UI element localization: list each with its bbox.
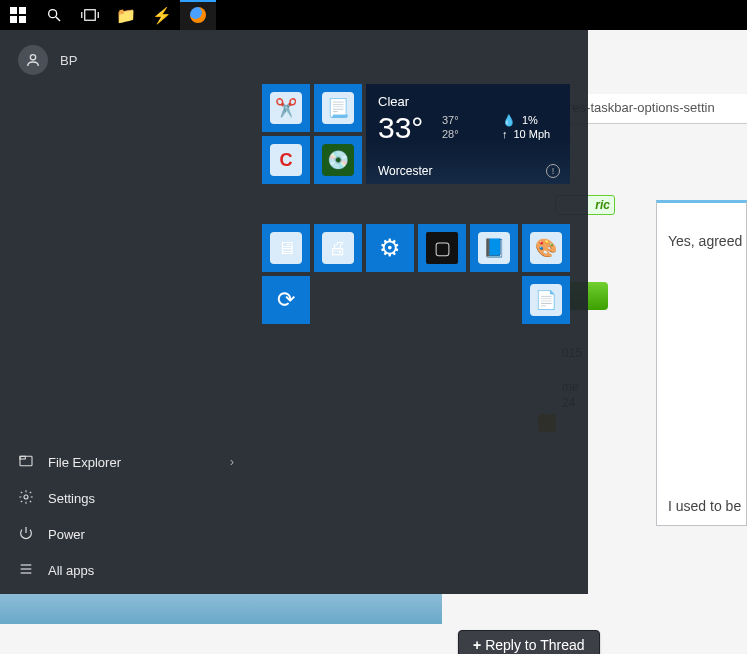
winamp-taskbar[interactable]: ⚡ (144, 0, 180, 30)
svg-rect-1 (20, 456, 32, 465)
file-explorer-icon (18, 453, 34, 472)
control-panel-icon: 🖥 (270, 232, 302, 264)
reply-button-label: Reply to Thread (485, 637, 584, 653)
power-menu-item[interactable]: Power (0, 516, 250, 552)
weather-tile[interactable]: Clear 33° 37° 28° 💧1% ↑10 Mph Worcester … (366, 84, 570, 184)
scanner-tile[interactable]: 📃 (314, 84, 362, 132)
menu-item-label: File Explorer (48, 455, 121, 470)
weather-wind: ↑10 Mph (502, 128, 550, 140)
start-menu: BP File Explorer › Settings Power All ap… (0, 30, 588, 594)
user-name-label: BP (60, 53, 77, 68)
cmd-tile[interactable]: ▢ (418, 224, 466, 272)
start-menu-left-column: BP File Explorer › Settings Power All ap… (0, 30, 250, 594)
comment-text-1: Yes, agreed (668, 233, 742, 249)
run-dialog-icon: 📄 (530, 284, 562, 316)
file-explorer-taskbar[interactable]: 📁 (108, 0, 144, 30)
menu-item-label: Settings (48, 491, 95, 506)
terminal-icon: ▢ (426, 232, 458, 264)
ccleaner-tile[interactable]: C (262, 136, 310, 184)
settings-menu-item[interactable]: Settings (0, 480, 250, 516)
wind-arrow-icon: ↑ (502, 128, 508, 140)
weather-condition: Clear (378, 94, 558, 109)
weather-low: 28° (442, 128, 459, 140)
notepad-tile[interactable]: 📘 (470, 224, 518, 272)
restart-tile[interactable]: ⟳ (262, 276, 310, 324)
paint-tile[interactable]: 🎨 (522, 224, 570, 272)
weather-city: Worcester (378, 164, 432, 178)
file-explorer-menu-item[interactable]: File Explorer › (0, 444, 250, 480)
firefox-taskbar[interactable] (180, 0, 216, 30)
droplet-icon: 💧 (502, 114, 516, 126)
svg-rect-13 (85, 10, 96, 21)
search-button[interactable] (36, 0, 72, 30)
svg-point-3 (24, 495, 28, 499)
taskbar: 📁 ⚡ (0, 0, 747, 30)
address-bar-fragment[interactable]: res-taskbar-options-settin (560, 94, 747, 124)
all-apps-icon (18, 561, 34, 580)
folder-icon: 📁 (116, 6, 136, 25)
menu-item-label: Power (48, 527, 85, 542)
start-menu-shadow (0, 594, 442, 624)
services-tile[interactable]: ⚙ (366, 224, 414, 272)
control-panel-tile[interactable]: 🖥 (262, 224, 310, 272)
svg-rect-8 (19, 7, 26, 14)
power-icon (18, 525, 34, 544)
plus-icon: + (473, 637, 481, 653)
run-tile[interactable]: 📄 (522, 276, 570, 324)
chevron-right-icon: › (230, 455, 234, 469)
document-icon: 📃 (322, 92, 354, 124)
task-view-button[interactable] (72, 0, 108, 30)
svg-point-11 (49, 10, 57, 18)
disc-icon: 💿 (322, 144, 354, 176)
comment-text-2: I used to be (668, 498, 741, 514)
svg-rect-2 (20, 456, 25, 459)
weather-precip: 💧1% (502, 114, 538, 127)
info-icon[interactable]: ! (546, 164, 560, 178)
palette-icon: 🎨 (530, 232, 562, 264)
printer-icon: 🖨 (322, 232, 354, 264)
ccleaner-icon: C (270, 144, 302, 176)
svg-rect-9 (10, 16, 17, 23)
svg-line-12 (56, 17, 60, 21)
notepad-icon: 📘 (478, 232, 510, 264)
refresh-icon: ⟳ (270, 284, 302, 316)
reply-to-thread-button[interactable]: +Reply to Thread (458, 630, 600, 654)
menu-item-label: All apps (48, 563, 94, 578)
all-apps-menu-item[interactable]: All apps (0, 552, 250, 588)
gear-icon: ⚙ (374, 232, 406, 264)
active-app-indicator (180, 0, 216, 2)
weather-high: 37° (442, 114, 459, 126)
start-button[interactable] (0, 0, 36, 30)
user-avatar-icon (18, 45, 48, 75)
snipping-tool-tile[interactable]: ✂️ (262, 84, 310, 132)
firefox-icon (190, 7, 206, 23)
disc-app-tile[interactable]: 💿 (314, 136, 362, 184)
svg-rect-7 (10, 7, 17, 14)
lightning-icon: ⚡ (152, 6, 172, 25)
scissors-icon: ✂️ (270, 92, 302, 124)
settings-gear-icon (18, 489, 34, 508)
svg-point-0 (30, 55, 35, 60)
svg-rect-10 (19, 16, 26, 23)
printers-tile[interactable]: 🖨 (314, 224, 362, 272)
user-account-button[interactable]: BP (0, 30, 250, 90)
